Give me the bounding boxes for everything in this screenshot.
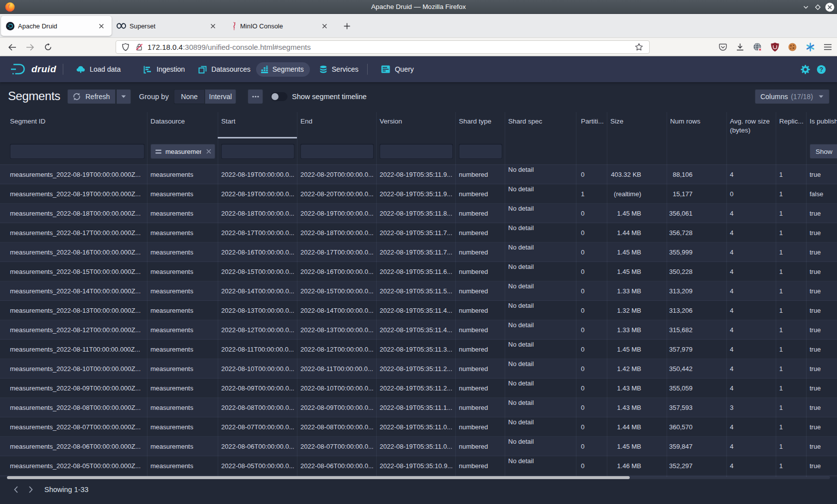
column-header[interactable]: Segment ID — [7, 112, 147, 138]
group-by-none-button[interactable]: None — [174, 89, 205, 104]
cell-datasource: measurements — [147, 340, 218, 359]
nav-item-segments[interactable]: Segments — [256, 62, 310, 77]
scrollbar-thumb[interactable] — [7, 476, 630, 479]
tab-apache-druid[interactable]: Apache Druid — [1, 16, 112, 36]
cell-partition: 0 — [576, 301, 607, 320]
reload-button[interactable] — [40, 38, 56, 56]
tab-close-icon[interactable] — [207, 20, 218, 31]
cell-replicas: 1 — [776, 165, 806, 184]
nav-item-load-data[interactable]: Load data — [71, 62, 126, 77]
table-row[interactable]: measurements_2022-08-19T00:00:00.000Z...… — [0, 184, 837, 204]
cell-end: 2022-08-10T00:00:00.0... — [297, 378, 376, 398]
cell-partition: 0 — [576, 378, 607, 398]
nav-item-ingestion[interactable]: Ingestion — [139, 62, 190, 77]
column-header[interactable]: Shard spec — [505, 112, 576, 138]
column-header[interactable]: Replic... — [776, 112, 806, 138]
horizontal-scrollbar[interactable] — [7, 476, 830, 479]
refresh-button[interactable]: Refresh — [67, 89, 116, 104]
tab-minio-console[interactable]: MinIO Console — [225, 16, 335, 36]
segment-timeline-toggle[interactable] — [271, 92, 287, 101]
column-header[interactable]: Avg. row size (bytes) — [726, 112, 776, 138]
previous-page-button[interactable] — [11, 485, 21, 495]
column-header[interactable]: Num rows — [667, 112, 726, 138]
table-row[interactable]: measurements_2022-08-11T00:00:00.000Z...… — [0, 340, 837, 359]
menu-hamburger-icon[interactable] — [824, 43, 832, 51]
table-row[interactable]: measurements_2022-08-08T00:00:00.000Z...… — [0, 398, 837, 417]
settings-gear-icon[interactable] — [801, 65, 810, 74]
back-button[interactable] — [4, 38, 20, 56]
group-by-interval-button[interactable]: Interval — [205, 89, 236, 104]
column-header[interactable]: Partiti... — [576, 112, 607, 138]
column-header[interactable]: Shard type — [455, 112, 505, 138]
cell-shard_type: numbered — [455, 243, 505, 262]
close-button[interactable] — [825, 2, 835, 12]
column-header[interactable]: Datasource — [147, 112, 218, 138]
column-header[interactable]: End — [297, 112, 376, 138]
refresh-dropdown-button[interactable] — [116, 89, 131, 104]
downloads-icon[interactable] — [736, 43, 744, 51]
nav-item-query[interactable]: Query — [376, 62, 418, 77]
table-row[interactable]: measurements_2022-08-18T00:00:00.000Z...… — [0, 204, 837, 223]
filter-input[interactable] — [10, 144, 144, 159]
table-row[interactable]: measurements_2022-08-17T00:00:00.000Z...… — [0, 223, 837, 243]
extension-globe-icon[interactable] — [753, 42, 762, 52]
table-row[interactable]: measurements_2022-08-09T00:00:00.000Z...… — [0, 378, 837, 398]
cell-id: measurements_2022-08-19T00:00:00.000Z... — [7, 184, 147, 204]
table-row[interactable]: measurements_2022-08-10T00:00:00.000Z...… — [0, 359, 837, 378]
cell-size: 1.44 MB — [607, 417, 667, 437]
column-header[interactable]: Version — [376, 112, 455, 138]
column-header[interactable]: Start — [218, 112, 297, 138]
datasource-filter-tag[interactable]: measurements — [150, 144, 215, 159]
table-row[interactable]: measurements_2022-08-13T00:00:00.000Z...… — [0, 301, 837, 320]
url-input[interactable]: 172.18.0.4:30899/unified-console.html#se… — [116, 40, 650, 54]
druid-brand[interactable]: druid — [10, 63, 56, 76]
minimize-button[interactable] — [801, 2, 811, 12]
cell-is_published: true — [806, 340, 837, 359]
remove-filter-icon[interactable] — [206, 148, 212, 154]
table-row[interactable]: measurements_2022-08-06T00:00:00.000Z...… — [0, 437, 837, 456]
shield-icon[interactable] — [122, 43, 130, 51]
table-row[interactable]: measurements_2022-08-14T00:00:00.000Z...… — [0, 281, 837, 301]
help-icon[interactable]: ? — [817, 65, 826, 74]
asterisk-extension-icon[interactable] — [806, 42, 815, 52]
cell-shard_type: numbered — [455, 320, 505, 340]
columns-dropdown-button[interactable]: Columns (17/18) — [755, 89, 830, 104]
table-row[interactable]: measurements_2022-08-12T00:00:00.000Z...… — [0, 320, 837, 340]
bookmark-star-icon[interactable] — [635, 43, 643, 51]
table-row[interactable]: measurements_2022-08-16T00:00:00.000Z...… — [0, 243, 837, 262]
tab-close-icon[interactable] — [319, 20, 330, 31]
cell-version: 2022-08-19T05:35:11.1... — [376, 398, 455, 417]
table-row[interactable]: measurements_2022-08-07T00:00:00.000Z...… — [0, 417, 837, 437]
next-page-button[interactable] — [26, 485, 36, 495]
table-row[interactable]: measurements_2022-08-15T00:00:00.000Z...… — [0, 262, 837, 281]
browser-toolbar-icons — [718, 38, 832, 56]
filter-input[interactable] — [380, 144, 453, 159]
tab-close-icon[interactable] — [96, 20, 107, 31]
cell-id: measurements_2022-08-19T00:00:00.000Z... — [7, 165, 147, 184]
nav-item-datasources[interactable]: Datasources — [193, 62, 256, 77]
table-row[interactable]: measurements_2022-08-05T00:00:00.000Z...… — [0, 456, 837, 476]
nav-item-services[interactable]: Services — [314, 62, 364, 77]
cell-end: 2022-08-06T00:00:00.0... — [297, 456, 376, 476]
boolean-filter-show-button[interactable]: Show — [810, 144, 837, 159]
filter-input[interactable] — [459, 144, 502, 159]
more-options-button[interactable] — [248, 89, 263, 104]
filter-input[interactable] — [300, 144, 374, 159]
ublock-icon[interactable] — [771, 42, 779, 52]
tab-superset[interactable]: Superset — [114, 16, 223, 36]
filter-input[interactable] — [221, 144, 294, 159]
window-title: Apache Druid — Mozilla Firefox — [0, 0, 837, 14]
column-header[interactable]: Size — [607, 112, 667, 138]
forward-button[interactable] — [22, 38, 38, 56]
column-header[interactable]: Is published — [806, 112, 837, 138]
insecure-lock-icon[interactable] — [135, 43, 143, 51]
table-row[interactable]: measurements_2022-08-19T00:00:00.000Z...… — [0, 165, 837, 184]
new-tab-button[interactable] — [341, 20, 353, 32]
cookie-extension-icon[interactable] — [788, 42, 797, 52]
maximize-button[interactable] — [813, 2, 823, 12]
cell-is_published: true — [806, 398, 837, 417]
cell-is_published: true — [806, 456, 837, 476]
cell-shard_type: numbered — [455, 262, 505, 281]
pocket-icon[interactable] — [718, 43, 727, 52]
cell-shard_spec: No detail — [505, 281, 576, 301]
